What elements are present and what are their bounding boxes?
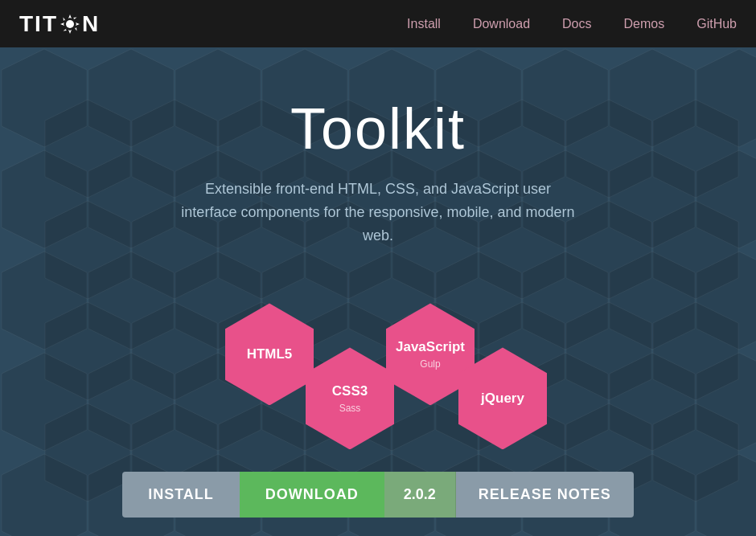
logo-text-2: N	[82, 11, 100, 37]
jquery-label: jQuery	[481, 391, 524, 407]
nav-github[interactable]: GitHub	[696, 17, 737, 31]
svg-point-0	[66, 20, 74, 28]
logo-text: TIT	[19, 11, 58, 37]
hero-section: Toolkit Extensible front-end HTML, CSS, …	[0, 47, 756, 536]
download-button[interactable]: DOWNLOAD	[240, 472, 384, 518]
nav-docs[interactable]: Docs	[562, 17, 591, 31]
js-sub: Gulp	[420, 358, 440, 370]
nav-links: Install Download Docs Demos GitHub	[407, 17, 737, 31]
nav-install[interactable]: Install	[407, 17, 441, 31]
site-logo: TIT N	[19, 11, 100, 37]
css3-label: CSS3	[332, 383, 368, 399]
html5-label: HTML5	[247, 346, 293, 362]
hex-html5[interactable]: HTML5	[225, 303, 314, 405]
hero-content: Toolkit Extensible front-end HTML, CSS, …	[122, 96, 634, 518]
cta-buttons: INSTALL DOWNLOAD 2.0.2 RELEASE NOTES	[122, 472, 634, 518]
version-button[interactable]: 2.0.2	[384, 472, 456, 518]
release-notes-button[interactable]: RELEASE NOTES	[456, 472, 634, 518]
install-button[interactable]: INSTALL	[122, 472, 240, 518]
css3-sub: Sass	[339, 403, 361, 414]
navbar: TIT N Install Download Docs Demos GitHub	[0, 0, 756, 47]
js-label: JavaScript	[396, 339, 465, 355]
nav-download[interactable]: Download	[473, 17, 530, 31]
hex-css3[interactable]: CSS3 Sass	[306, 347, 394, 449]
hex-jquery[interactable]: jQuery	[458, 347, 547, 449]
logo-icon	[59, 13, 81, 35]
tech-hex-group: HTML5 CSS3 Sass JavaScript Gulp jQuery	[201, 287, 555, 432]
hero-title: Toolkit	[290, 96, 466, 162]
nav-demos[interactable]: Demos	[624, 17, 665, 31]
hero-subtitle: Extensible front-end HTML, CSS, and Java…	[177, 178, 579, 247]
